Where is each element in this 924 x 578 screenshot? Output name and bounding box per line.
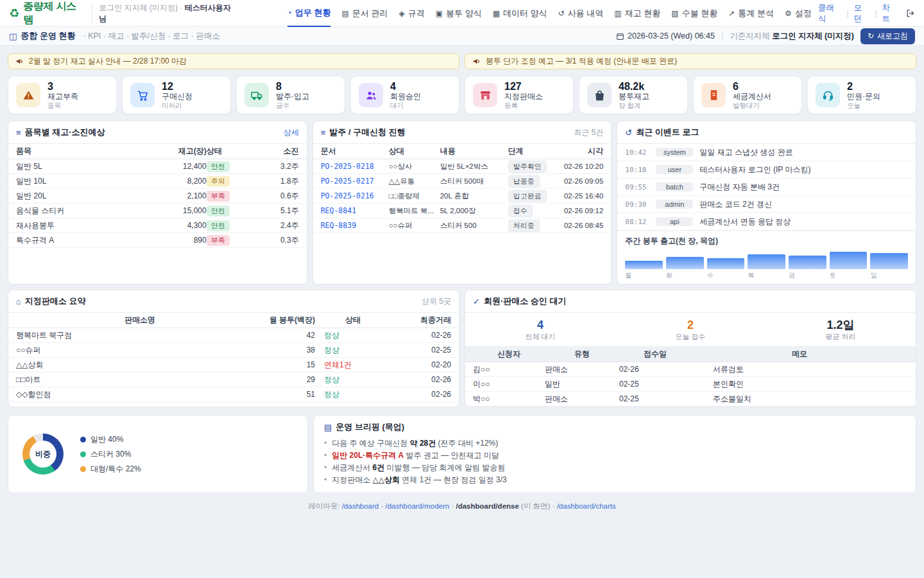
nav-item-specs[interactable]: ◈ 규격: [398, 0, 424, 27]
event-tag: admin: [656, 200, 693, 209]
nav-item-statistics[interactable]: ↗ 통계 분석: [728, 0, 774, 27]
event-row: 10:42system일일 재고 스냅샷 생성 완료: [617, 144, 916, 161]
legend-label: 대형/특수 22%: [90, 464, 141, 475]
nav-item-inventory-status[interactable]: ▥ 재고 현황: [614, 0, 660, 27]
nav-label: 사용 내역: [568, 8, 604, 19]
sub-header: ◫ 종합 운영 현황 · KPI · 재고 · 발주/신청 · 로그 · 판매소…: [0, 27, 924, 46]
kpi-label: 구매신청: [162, 92, 193, 101]
notice-banner: 봉투 단가 조정 예고 — 3/1 적용 예정 (안내문 배포 완료): [465, 53, 916, 69]
store-status: 정상: [315, 389, 391, 400]
footer-link-dashboard[interactable]: /dashboard: [342, 502, 379, 510]
breadcrumb: · KPI · 재고 · 발주/신청 · 로그 · 판매소: [83, 31, 220, 42]
kpi-sub: 등록: [504, 101, 543, 110]
headset-icon: [816, 83, 840, 107]
table-row: PO-2025-0217△△유통스티커 500매납품중02-26 09:05: [313, 174, 612, 189]
legend-label: 일반 40%: [90, 434, 123, 445]
doc-link[interactable]: PO-2025-0216: [321, 191, 389, 200]
table-header: 신청자유형접수일메모: [465, 347, 916, 362]
footer-link-modern[interactable]: /dashboard/modern: [385, 502, 449, 510]
bar-금: [789, 252, 826, 269]
event-row: 10:18user테스터사용자 로그인 (IP 마스킹): [617, 161, 916, 179]
event-tag: api: [656, 217, 693, 226]
table-row: 일반 10L8,200주의1.8주: [8, 174, 307, 189]
stat-total-waiting: 4전체 대기: [465, 318, 615, 342]
page-title: 종합 운영 현황: [21, 30, 75, 42]
app-logo: ♻ 종량제 시스템: [9, 0, 85, 27]
login-context-label: 로그인 지자체 (미지정) ·: [99, 3, 182, 12]
tasks-icon: ≡: [321, 128, 326, 137]
nav-item-ledger[interactable]: ▧ 수불 현황: [671, 0, 717, 27]
briefing-item: •세금계산서 6건 미발행 — 담당 회계에 알림 발송됨: [324, 462, 905, 474]
store-icon: [473, 83, 497, 107]
nav-item-data-forms[interactable]: ▦ 데이터 양식: [493, 0, 547, 27]
kpi-label: 회원승인: [390, 92, 421, 101]
status-badge: 안전: [207, 206, 230, 216]
kpi-label: 재고부족: [47, 92, 78, 101]
weekly-bar-labels: 월화수목금토일: [625, 271, 908, 280]
nav-item-dashboard[interactable]: ◔ 업무 현황: [287, 0, 331, 27]
kpi-sub: 대기: [390, 101, 421, 110]
notice-text: 2월 말 정기 재고 실사 안내 — 2/28 17:00 마감: [29, 56, 187, 67]
kpi-label: 세금계산서: [733, 92, 771, 101]
truck-icon: [244, 83, 269, 107]
bar-월: [625, 252, 663, 269]
stage-badge: 납품중: [508, 175, 540, 188]
chart-title: 주간 봉투 출고(천 장, 목업): [625, 236, 908, 247]
table-header: 판매소명월 봉투(백장)상태최종거래: [8, 313, 459, 328]
doc-link[interactable]: REQ-8839: [321, 221, 389, 230]
view-link-chart[interactable]: 차트: [882, 3, 898, 24]
bar-axis-label: 목: [748, 271, 785, 280]
logout-icon[interactable]: [905, 8, 915, 18]
store-status: 연체1건: [315, 360, 391, 371]
share-panel: 비중 일반 40%스티커 30%대형/특수 22%: [8, 415, 308, 493]
panel-title: 회원·판매소 승인 대기: [484, 295, 567, 307]
table-row: REQ-8839○○슈퍼스티커 500처리중02-26 08:45: [313, 218, 612, 233]
table-row: PO-2025-0216□□종량제20L 혼합입고완료02-25 16:40: [313, 189, 612, 204]
nav-label: 봉투 양식: [446, 8, 482, 19]
stores-meta: 상위 5곳: [422, 296, 451, 307]
spec-icon: ◈: [398, 9, 404, 18]
panel-title: 품목별 재고·소진예상: [25, 127, 105, 138]
table-row: 음식물 스티커15,000안전5.1주: [8, 204, 307, 218]
bar-화: [666, 252, 704, 269]
nav-item-settings[interactable]: ⚙ 설정: [785, 0, 812, 27]
inventory-detail-link[interactable]: 상세: [284, 127, 299, 138]
view-link-modern[interactable]: 모던: [854, 3, 870, 24]
legend-dot-icon: [80, 437, 86, 442]
nav-item-usage-history[interactable]: ↺ 사용 내역: [558, 0, 604, 27]
stage-badge: 접수: [508, 205, 533, 217]
datetime-text: 2026-03-25 (Wed) 06:45: [628, 31, 715, 40]
notice-row: 2월 말 정기 재고 실사 안내 — 2/28 17:00 마감 봉투 단가 조…: [8, 53, 916, 76]
table-row: 일반 20L2,100부족0.6주: [8, 189, 307, 204]
kpi-sub: 미처리: [162, 101, 193, 110]
doc-link[interactable]: PO-2025-0218: [321, 162, 389, 171]
doc-link[interactable]: PO-2025-0217: [321, 177, 389, 186]
stat-avg-processing: 1.2일평균 처리: [766, 318, 916, 342]
legend-label: 스티커 30%: [90, 449, 131, 460]
cart-icon: [130, 83, 155, 107]
briefing-item: •다음 주 예상 구매신청 약 28건 (전주 대비 +12%): [324, 437, 905, 450]
gear-icon: ⚙: [785, 9, 792, 18]
users-icon: [359, 83, 383, 107]
kpi-value: 4: [390, 81, 421, 92]
kpi-card-retailers: 127 지정판매소 등록: [465, 76, 574, 114]
store-icon: ⌂: [16, 297, 21, 306]
nav-label: 수불 현황: [682, 8, 718, 19]
nav-label: 규격: [408, 8, 425, 19]
nav-item-bag-forms[interactable]: ▣ 봉투 양식: [436, 0, 482, 27]
footer-link-charts[interactable]: /dashboard/charts: [557, 502, 616, 510]
footer-label: 레이아웃:: [308, 502, 339, 510]
view-link-classic[interactable]: 클래식: [818, 3, 842, 24]
table-header: 품목재고(장)상태소진: [8, 144, 307, 159]
kpi-value: 2: [847, 81, 880, 92]
panel-title: 지정판매소 요약: [25, 295, 86, 307]
nav-item-documents[interactable]: ▤ 문서 관리: [341, 0, 388, 27]
nav-label: 설정: [795, 8, 812, 19]
refresh-button[interactable]: ↻ 새로고침: [860, 28, 915, 44]
doc-link[interactable]: REQ-8841: [321, 206, 389, 215]
kpi-label: 지정판매소: [504, 92, 543, 101]
table-row: 이○○일반02-25본인확인: [465, 377, 916, 392]
footer-current-note: (이 화면): [521, 502, 550, 510]
nav-label: 업무 현황: [295, 7, 331, 19]
status-badge: 부족: [207, 191, 230, 202]
